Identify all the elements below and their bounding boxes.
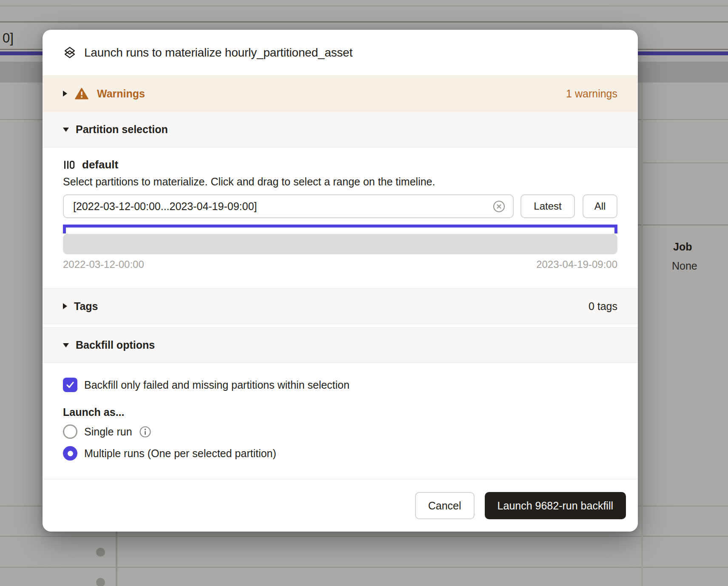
tags-section-header[interactable]: Tags 0 tags: [43, 288, 638, 324]
partition-helper-text: Select partitions to materialize. Click …: [43, 176, 638, 189]
cancel-button[interactable]: Cancel: [415, 492, 475, 519]
radio-unselected-icon[interactable]: [63, 424, 77, 439]
checkbox-checked-icon[interactable]: [63, 378, 77, 392]
partition-set-icon: [63, 159, 75, 171]
dialog-title: Launch runs to materialize hourly_partit…: [84, 46, 353, 60]
partition-selection-section-header[interactable]: Partition selection: [43, 112, 638, 148]
timeline-end-label: 2023-04-19-09:00: [536, 259, 617, 271]
warnings-section-header[interactable]: Warnings 1 warnings: [43, 75, 638, 112]
warning-triangle-icon: [75, 88, 88, 100]
selected-range-bracket: [63, 225, 617, 233]
footer-divider: [43, 479, 638, 479]
warnings-count: 1 warnings: [566, 88, 617, 100]
info-icon[interactable]: [139, 426, 151, 438]
warnings-label: Warnings: [97, 88, 145, 100]
tags-label: Tags: [74, 300, 98, 313]
partition-dimension-row: default: [43, 157, 638, 172]
all-button[interactable]: All: [583, 194, 617, 218]
partition-dimension-name: default: [82, 158, 118, 171]
clear-selection-icon[interactable]: [492, 200, 506, 213]
latest-button[interactable]: Latest: [520, 194, 575, 218]
failed-missing-checkbox-row[interactable]: Backfill only failed and missing partiti…: [43, 378, 638, 392]
single-run-radio-row[interactable]: Single run: [43, 424, 638, 439]
radio-selected-icon[interactable]: [63, 446, 77, 461]
launch-backfill-dialog: Launch runs to materialize hourly_partit…: [43, 30, 638, 532]
chevron-down-icon: [63, 343, 69, 347]
backfill-options-section-header[interactable]: Backfill options: [43, 327, 638, 363]
timeline-start-label: 2022-03-12-00:00: [63, 259, 144, 271]
partition-selection-label: Partition selection: [76, 123, 168, 136]
partition-timeline[interactable]: [63, 234, 617, 254]
dialog-header: Launch runs to materialize hourly_partit…: [43, 30, 638, 75]
chevron-right-icon: [63, 91, 67, 97]
launch-as-label: Launch as...: [43, 406, 638, 420]
launch-backfill-button[interactable]: Launch 9682-run backfill: [485, 492, 626, 519]
single-run-label: Single run: [84, 426, 132, 438]
chevron-down-icon: [63, 128, 69, 132]
partition-range-row: Latest All: [43, 194, 638, 218]
chevron-right-icon: [63, 303, 67, 309]
failed-missing-checkbox-label: Backfill only failed and missing partiti…: [84, 379, 350, 391]
timeline-date-labels: 2022-03-12-00:00 2023-04-19-09:00: [43, 259, 638, 271]
multiple-runs-radio-row[interactable]: Multiple runs (One per selected partitio…: [43, 446, 638, 461]
materialize-layers-icon: [63, 46, 77, 60]
dialog-footer: Cancel Launch 9682-run backfill: [43, 492, 638, 519]
partition-range-input[interactable]: [63, 194, 514, 218]
tags-count: 0 tags: [589, 300, 617, 313]
multiple-runs-label: Multiple runs (One per selected partitio…: [84, 447, 276, 460]
backfill-options-label: Backfill options: [76, 339, 155, 351]
